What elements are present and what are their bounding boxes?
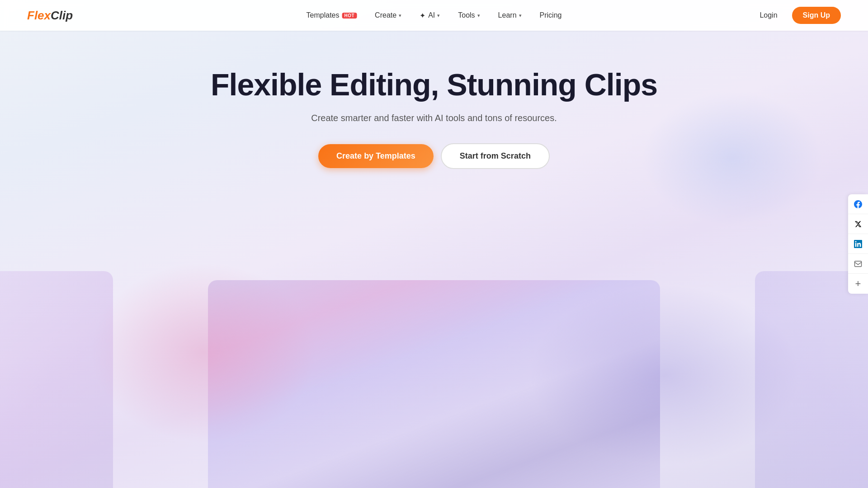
linkedin-share-button[interactable] [848,234,868,254]
nav-tools-label: Tools [458,11,475,19]
chevron-down-icon-ai: ▾ [437,13,440,19]
nav-ai-label: AI [428,11,435,19]
nav-tools[interactable]: Tools ▾ [451,8,487,23]
hero-title: Flexible Editing, Stunning Clips [211,67,657,102]
chevron-down-icon-tools: ▾ [477,13,480,19]
hero-bg-left [0,271,113,488]
navbar: FlexClip Templates HOT Create ▾ ✦ AI ▾ T… [0,0,868,31]
signup-button[interactable]: Sign Up [792,7,841,24]
facebook-share-button[interactable] [848,194,868,214]
navbar-right: Login Sign Up [752,7,841,24]
start-from-scratch-button[interactable]: Start from Scratch [441,143,550,169]
email-icon [854,260,862,268]
navbar-left: FlexClip [27,9,73,23]
nav-learn-label: Learn [498,11,517,19]
linkedin-icon [854,240,862,248]
hero-subtitle: Create smarter and faster with AI tools … [211,113,657,123]
hero-section: Flexible Editing, Stunning Clips Create … [0,0,868,488]
logo-clip: Clip [51,9,73,23]
navbar-center: Templates HOT Create ▾ ✦ AI ▾ Tools ▾ Le… [299,8,569,23]
social-sidebar: + [848,194,868,294]
hero-bg-center [208,280,660,488]
nav-pricing[interactable]: Pricing [533,8,569,23]
x-twitter-icon [854,221,862,228]
nav-learn[interactable]: Learn ▾ [491,8,529,23]
logo[interactable]: FlexClip [27,9,73,23]
nav-ai[interactable]: ✦ AI ▾ [412,8,447,23]
nav-create[interactable]: Create ▾ [368,8,409,23]
nav-create-label: Create [375,11,396,19]
login-button[interactable]: Login [752,8,784,23]
facebook-icon [854,200,862,208]
nav-templates[interactable]: Templates HOT [299,8,364,23]
email-share-button[interactable] [848,254,868,274]
ai-sparkle-icon: ✦ [420,11,425,20]
hot-badge: HOT [342,13,357,19]
x-share-button[interactable] [848,214,868,234]
chevron-down-icon: ▾ [399,13,401,19]
svg-rect-0 [855,261,862,267]
nav-pricing-label: Pricing [540,11,562,19]
hero-content: Flexible Editing, Stunning Clips Create … [211,31,657,169]
plus-icon: + [855,278,861,290]
chevron-down-icon-learn: ▾ [519,13,522,19]
blob-blue [642,90,823,226]
nav-templates-label: Templates [307,11,340,19]
hero-bg-right [755,271,868,488]
hero-buttons: Create by Templates Start from Scratch [211,143,657,169]
logo-flex: Flex [27,9,51,23]
more-share-button[interactable]: + [848,274,868,294]
create-by-templates-button[interactable]: Create by Templates [318,144,434,168]
